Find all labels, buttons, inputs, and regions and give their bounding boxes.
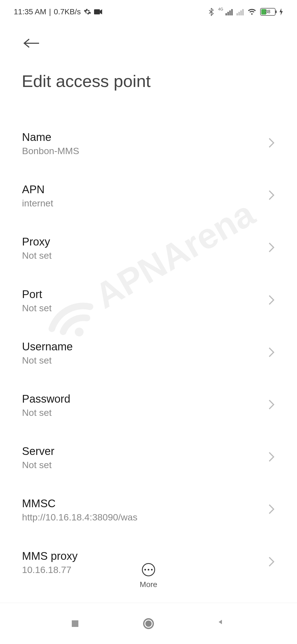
network-4g-label: 4G xyxy=(218,7,223,11)
setting-label: Port xyxy=(22,287,52,301)
page-title: Edit access point xyxy=(15,71,282,91)
battery-icon: 38 xyxy=(260,8,276,16)
setting-label: Proxy xyxy=(22,234,52,249)
status-bar: 11:35 AM | 0.7KB/s 4G 38 xyxy=(0,0,297,23)
header: Edit access point xyxy=(0,23,297,118)
svg-rect-2 xyxy=(72,620,78,627)
setting-value: Not set xyxy=(22,406,70,419)
chevron-right-icon xyxy=(268,190,275,202)
signal-bars-1-icon xyxy=(226,8,233,15)
nav-back-button[interactable] xyxy=(214,615,230,632)
svg-rect-1 xyxy=(94,9,100,14)
chevron-right-icon xyxy=(268,399,275,411)
more-button[interactable]: More xyxy=(0,563,297,589)
arrow-left-icon xyxy=(23,37,40,49)
setting-value: Not set xyxy=(22,354,73,366)
setting-row-mmsc[interactable]: MMSC http://10.16.18.4:38090/was xyxy=(22,485,275,537)
nav-home-button[interactable] xyxy=(140,615,157,632)
status-divider: | xyxy=(49,7,51,16)
status-time: 11:35 AM xyxy=(14,7,46,16)
more-icon xyxy=(142,563,155,576)
chevron-right-icon xyxy=(268,137,275,149)
back-button[interactable] xyxy=(15,32,45,60)
setting-row-port[interactable]: Port Not set xyxy=(22,275,275,328)
setting-row-server[interactable]: Server Not set xyxy=(22,432,275,485)
setting-value: http://10.16.18.4:38090/was xyxy=(22,511,138,523)
camera-icon xyxy=(94,9,103,15)
battery-percent: 38 xyxy=(261,9,275,14)
setting-label: Username xyxy=(22,339,73,354)
nav-recents-button[interactable] xyxy=(67,615,83,632)
setting-row-name[interactable]: Name Bonbon-MMS xyxy=(22,118,275,171)
setting-value: Not set xyxy=(22,302,52,314)
chevron-right-icon xyxy=(268,242,275,254)
chevron-right-icon xyxy=(268,451,275,463)
circle-icon xyxy=(142,617,155,630)
settings-list: Name Bonbon-MMS APN internet Proxy Not s… xyxy=(0,118,297,590)
setting-label: Password xyxy=(22,392,70,406)
setting-value: internet xyxy=(22,197,53,209)
setting-row-apn[interactable]: APN internet xyxy=(22,171,275,223)
setting-label: Name xyxy=(22,130,79,144)
setting-row-username[interactable]: Username Not set xyxy=(22,328,275,380)
gear-icon xyxy=(84,8,91,16)
setting-value: Not set xyxy=(22,459,54,471)
signal-bars-2-icon xyxy=(237,8,244,15)
svg-point-4 xyxy=(145,620,152,627)
chevron-right-icon xyxy=(268,347,275,359)
chevron-right-icon xyxy=(268,294,275,307)
status-left: 11:35 AM | 0.7KB/s xyxy=(14,7,103,16)
status-right: 4G 38 xyxy=(208,8,283,16)
triangle-left-icon xyxy=(217,619,227,629)
setting-value: Bonbon-MMS xyxy=(22,145,79,157)
setting-value: Not set xyxy=(22,249,52,261)
navigation-bar xyxy=(0,603,297,644)
bluetooth-icon xyxy=(208,8,214,16)
setting-label: Server xyxy=(22,444,54,458)
setting-row-proxy[interactable]: Proxy Not set xyxy=(22,223,275,275)
chevron-right-icon xyxy=(268,504,275,516)
charging-icon xyxy=(279,8,283,15)
status-speed: 0.7KB/s xyxy=(54,7,81,16)
wifi-icon xyxy=(248,8,256,15)
setting-row-password[interactable]: Password Not set xyxy=(22,380,275,432)
setting-label: APN xyxy=(22,182,53,197)
square-icon xyxy=(70,619,80,629)
setting-label: MMS proxy xyxy=(22,549,78,563)
more-label: More xyxy=(140,580,157,589)
setting-label: MMSC xyxy=(22,496,138,511)
